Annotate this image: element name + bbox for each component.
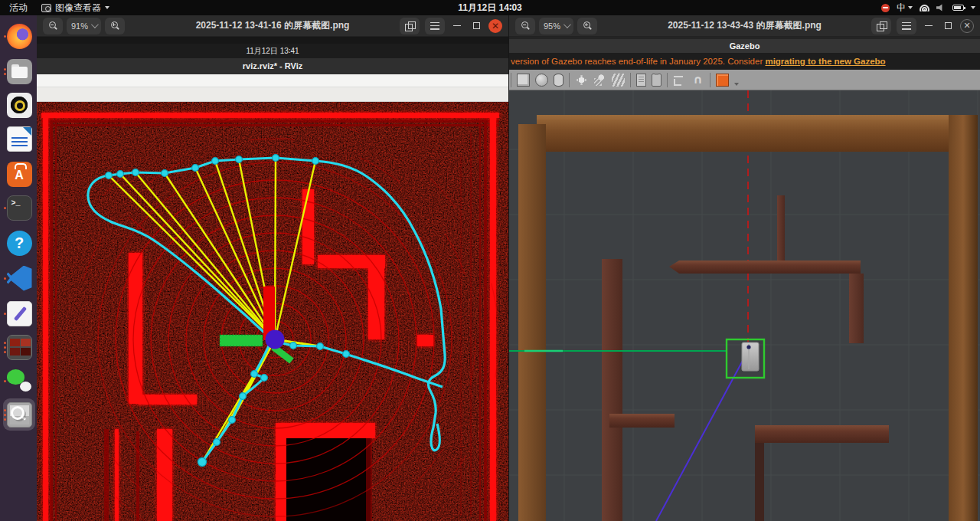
zoom-out-button[interactable] <box>515 18 535 34</box>
zoom-out-button[interactable] <box>43 18 63 34</box>
wechat-icon <box>7 369 32 394</box>
inner-wall-post <box>777 195 785 262</box>
gallery-button[interactable] <box>871 18 891 34</box>
rhythmbox-icon <box>7 93 32 118</box>
chevron-down-icon <box>908 6 913 9</box>
chevron-down-icon <box>971 6 975 9</box>
close-button[interactable]: ✕ <box>960 19 974 33</box>
rviz-toolbar <box>37 87 508 102</box>
warning-link[interactable]: migrating to the new Gazebo <box>765 57 885 66</box>
gazebo-scene-canvas <box>509 90 980 521</box>
menu-button[interactable] <box>897 18 916 34</box>
chevron-down-icon <box>564 21 571 28</box>
close-icon: ✕ <box>963 21 970 30</box>
image-viewer-icon <box>7 402 32 428</box>
zoom-level-dropdown[interactable]: 95% <box>539 18 573 34</box>
dock-item-files[interactable] <box>3 55 35 87</box>
outer-wall-left <box>518 124 546 521</box>
building-editor-icon[interactable] <box>716 74 729 87</box>
overlapping-windows-icon <box>405 21 414 31</box>
zoom-level-value: 95% <box>544 21 560 31</box>
top-bar: 活动 图像查看器 11月12日 14∶03 中 <box>0 0 980 15</box>
snap-tool-icon[interactable]: ∩ <box>691 74 704 87</box>
inner-wall-mid-left <box>602 259 622 521</box>
left-window-titlebar[interactable]: 2025-11-12 13-41-16 的屏幕截图.png 91% ✕ <box>37 15 508 37</box>
hamburger-menu-icon <box>430 22 439 30</box>
dock-item-firefox[interactable] <box>3 20 35 52</box>
gazebo-window-title: Gazebo <box>509 39 980 53</box>
align-tool-icon[interactable] <box>673 74 686 87</box>
zoom-level-value: 91% <box>71 21 88 31</box>
left-image-viewer-window: 2025-11-12 13-41-16 的屏幕截图.png 91% ✕ 11月1… <box>37 15 508 521</box>
zoom-out-icon <box>49 21 57 30</box>
dock-item-ubuntu-software[interactable]: A <box>3 158 35 190</box>
text-editor-icon <box>7 301 32 326</box>
paste-icon[interactable] <box>652 74 662 87</box>
right-image-viewer-window: 2025-11-12 13-43-43 的屏幕截图.png 95% ✕ Gaze… <box>508 15 980 521</box>
screenshot-top-margin <box>37 37 508 44</box>
activities-button[interactable]: 活动 <box>9 2 28 15</box>
dock-item-screens-app[interactable] <box>3 331 35 363</box>
system-tray[interactable]: 中 <box>881 0 975 15</box>
insert-cube-icon[interactable] <box>517 74 530 87</box>
zoom-in-button[interactable] <box>105 18 125 34</box>
dock-item-wechat[interactable] <box>3 365 35 397</box>
left-image-content: 11月12日 13∶41 rviz.rviz* - RViz <box>37 37 508 521</box>
zoom-in-icon <box>583 21 592 30</box>
spot-light-icon[interactable] <box>593 74 606 87</box>
inner-wall-t-horizontal <box>669 260 861 274</box>
image-viewer-app-icon <box>41 4 51 12</box>
chevron-down-icon <box>105 6 109 9</box>
minimize-icon <box>925 25 933 27</box>
zoom-in-button[interactable] <box>577 18 597 34</box>
overlapping-windows-icon <box>877 21 886 31</box>
input-method-indicator: 中 <box>897 2 906 15</box>
help-icon: ? <box>7 231 32 256</box>
maximize-button[interactable] <box>469 18 483 34</box>
outer-wall-top <box>537 115 952 152</box>
dock-item-image-viewer[interactable] <box>3 398 35 431</box>
warning-text: version of Gazebo reaches end-of-life in… <box>511 57 765 66</box>
terminal-icon: >_ <box>7 195 32 221</box>
right-image-content: Gazebo version of Gazebo reaches end-of-… <box>509 37 980 521</box>
maximize-button[interactable] <box>941 18 955 34</box>
dock-item-vscode[interactable] <box>3 262 35 294</box>
robot-model-dot <box>746 345 750 349</box>
volume-muted-icon <box>936 4 946 11</box>
rviz-menubar <box>37 74 508 87</box>
dock-item-text-editor[interactable] <box>3 297 35 329</box>
dock-item-libreoffice-writer[interactable] <box>3 123 35 155</box>
directional-light-icon[interactable] <box>612 74 625 87</box>
dock: A >_ ? <box>0 15 37 521</box>
minimize-icon <box>453 25 461 27</box>
dock-item-rhythmbox[interactable] <box>3 89 35 121</box>
inner-wall-stub <box>609 414 675 428</box>
dock-item-terminal[interactable]: >_ <box>3 192 35 224</box>
insert-sphere-icon[interactable] <box>535 74 548 87</box>
close-button[interactable]: ✕ <box>488 19 502 33</box>
minimize-button[interactable] <box>450 18 464 34</box>
gazebo-3d-viewport[interactable] <box>509 90 980 521</box>
copy-icon[interactable] <box>636 74 646 87</box>
gallery-button[interactable] <box>400 18 420 34</box>
inner-wall-lower-right <box>755 425 889 443</box>
libreoffice-writer-icon <box>7 126 32 152</box>
menu-button[interactable] <box>425 18 445 34</box>
minimize-button[interactable] <box>922 18 936 34</box>
rviz-map-view[interactable] <box>37 102 508 521</box>
firefox-icon <box>7 24 32 49</box>
dock-item-help[interactable]: ? <box>3 227 35 259</box>
rviz-window-title: rviz.rviz* - RViz <box>37 58 508 74</box>
screenshot-clock-bar: 11月12日 13∶41 <box>37 44 508 58</box>
robot-center-sphere <box>266 330 285 349</box>
app-menu[interactable]: 图像查看器 <box>41 2 109 15</box>
zoom-in-icon <box>111 21 119 30</box>
right-window-titlebar[interactable]: 2025-11-12 13-43-43 的屏幕截图.png 95% ✕ <box>509 15 980 37</box>
outer-wall-right <box>949 115 978 521</box>
toolbar-caret-icon <box>734 83 739 86</box>
clock[interactable]: 11月12日 14∶03 <box>458 0 522 15</box>
zoom-level-dropdown[interactable]: 91% <box>67 18 101 34</box>
zoom-out-icon <box>521 21 530 30</box>
insert-cylinder-icon[interactable] <box>554 74 564 87</box>
point-light-icon[interactable] <box>575 74 588 87</box>
